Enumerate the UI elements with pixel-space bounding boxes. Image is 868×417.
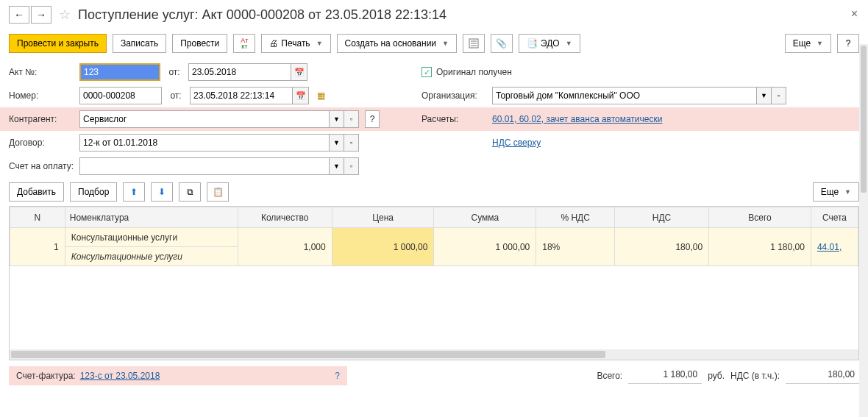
act-no-input[interactable] xyxy=(81,65,159,79)
cell-sum[interactable]: 1 000,00 xyxy=(434,228,536,266)
from-label: от: xyxy=(165,67,184,77)
cell-vat[interactable]: 180,00 xyxy=(615,228,709,266)
move-down-button[interactable]: ⬇ xyxy=(151,182,173,202)
contract-input[interactable] xyxy=(79,134,330,152)
printer-icon: 🖨 xyxy=(269,38,278,49)
organization-input[interactable] xyxy=(492,87,757,104)
chevron-down-icon: ▼ xyxy=(442,40,449,47)
close-button[interactable]: × xyxy=(851,7,858,21)
settlements-label: Расчеты: xyxy=(421,114,488,124)
col-vat-rate[interactable]: % НДС xyxy=(536,207,615,228)
vat-link[interactable]: НДС сверху xyxy=(492,138,541,148)
cell-account[interactable]: 44.01, xyxy=(811,228,858,266)
cell-qty[interactable]: 1,000 xyxy=(238,228,332,266)
more-button[interactable]: Еще ▼ xyxy=(785,34,831,53)
counterparty-label: Контрагент: xyxy=(9,114,75,124)
settlements-link[interactable]: 60.01, 60.02, зачет аванса автоматически xyxy=(492,114,662,124)
combo-open-button[interactable]: ▫ xyxy=(772,87,786,104)
original-received-checkbox[interactable]: ✓ xyxy=(421,67,432,77)
cell-vat-rate[interactable]: 18% xyxy=(536,228,615,266)
favorite-icon[interactable]: ☆ xyxy=(59,7,71,23)
combo-dropdown-button[interactable]: ▼ xyxy=(757,87,772,104)
col-nomenclature[interactable]: Номенклатура xyxy=(65,207,238,228)
cell-price[interactable]: 1 000,00 xyxy=(332,228,434,266)
col-vat[interactable]: НДС xyxy=(615,207,709,228)
nav-back-button[interactable]: ← xyxy=(9,6,29,24)
total-label: Всего: xyxy=(597,371,622,381)
footer-invoice-link[interactable]: 123-с от 23.05.2018 xyxy=(80,371,160,381)
horizontal-scrollbar[interactable] xyxy=(10,349,858,360)
print-button[interactable]: 🖨 Печать ▼ xyxy=(261,34,330,53)
cell-nomenclature[interactable]: Консультационные услуги xyxy=(65,228,238,247)
col-qty[interactable]: Количество xyxy=(238,207,332,228)
table-row[interactable]: 1 Консультационные услуги 1,000 1 000,00… xyxy=(10,228,858,247)
chevron-down-icon: ▼ xyxy=(316,40,323,47)
paperclip-icon: 📎 xyxy=(496,38,507,49)
calendar-icon: 📅 xyxy=(294,68,305,77)
nav-forward-button[interactable]: → xyxy=(31,6,51,24)
act-date-input[interactable] xyxy=(188,63,291,81)
col-total[interactable]: Всего xyxy=(709,207,811,228)
number-input[interactable] xyxy=(79,87,162,104)
combo-open-button[interactable]: ▫ xyxy=(344,157,359,175)
number-date-input[interactable] xyxy=(190,87,293,104)
calendar-button-2[interactable]: 📅 xyxy=(293,87,309,104)
vat-value: 180,00 xyxy=(786,368,859,384)
copy-button[interactable]: ⧉ xyxy=(179,182,201,202)
combo-dropdown-button[interactable]: ▼ xyxy=(330,134,344,152)
paste-icon: 📋 xyxy=(213,187,224,197)
arrow-up-icon: ⬆ xyxy=(130,187,138,197)
items-table[interactable]: N Номенклатура Количество Цена Сумма % Н… xyxy=(9,206,859,360)
from-label-2: от: xyxy=(166,90,185,101)
paste-button[interactable]: 📋 xyxy=(207,182,229,202)
chevron-down-icon: ▼ xyxy=(844,188,851,196)
organization-label: Организация: xyxy=(421,90,488,101)
post-button[interactable]: Провести xyxy=(172,34,227,53)
pick-button[interactable]: Подбор xyxy=(70,182,117,202)
document-icon: ▦ xyxy=(317,90,325,101)
cell-total[interactable]: 1 180,00 xyxy=(709,228,811,266)
counterparty-input[interactable] xyxy=(79,110,330,128)
combo-dropdown-button[interactable]: ▼ xyxy=(330,110,344,128)
calendar-icon: 📅 xyxy=(296,91,306,101)
vat-label: НДС (в т.ч.): xyxy=(730,371,780,381)
counterparty-help[interactable]: ? xyxy=(365,110,380,128)
invoice-input[interactable] xyxy=(79,157,330,175)
total-value: 1 180,00 xyxy=(628,368,702,384)
help-button[interactable]: ? xyxy=(837,34,859,53)
cell-n[interactable]: 1 xyxy=(10,228,65,266)
dtkt-button[interactable]: Аткт xyxy=(233,34,255,53)
arrow-down-icon: ⬇ xyxy=(158,187,166,197)
cell-nomenclature-2[interactable]: Консультационные услуги xyxy=(65,247,238,266)
edo-icon: 📑 xyxy=(527,38,538,49)
create-based-button[interactable]: Создать на основании ▼ xyxy=(337,34,457,53)
table-more-button[interactable]: Еще ▼ xyxy=(813,182,859,202)
vertical-scrollbar[interactable] xyxy=(859,44,868,417)
write-button[interactable]: Записать xyxy=(113,34,166,53)
report-button[interactable] xyxy=(463,34,485,53)
invoice-label: Счет на оплату: xyxy=(9,161,75,171)
footer-help[interactable]: ? xyxy=(335,371,340,381)
chevron-down-icon: ▼ xyxy=(566,40,572,47)
col-price[interactable]: Цена xyxy=(332,207,434,228)
post-and-close-button[interactable]: Провести и закрыть xyxy=(9,34,107,53)
move-up-button[interactable]: ⬆ xyxy=(123,182,145,202)
chevron-down-icon: ▼ xyxy=(817,40,823,47)
edo-button[interactable]: 📑 ЭДО ▼ xyxy=(519,34,580,53)
page-title: Поступление услуг: Акт 0000-000208 от 23… xyxy=(78,7,447,23)
copy-icon: ⧉ xyxy=(187,187,193,197)
col-sum[interactable]: Сумма xyxy=(434,207,536,228)
act-no-label: Акт №: xyxy=(9,67,75,77)
attach-button[interactable]: 📎 xyxy=(491,34,513,53)
extra-icon-button[interactable]: ▦ xyxy=(313,86,328,105)
currency-label: руб. xyxy=(708,371,725,381)
col-n[interactable]: N xyxy=(10,207,65,228)
combo-dropdown-button[interactable]: ▼ xyxy=(330,157,344,175)
col-accounts[interactable]: Счета xyxy=(811,207,858,228)
combo-open-button[interactable]: ▫ xyxy=(344,110,359,128)
calendar-button[interactable]: 📅 xyxy=(291,63,307,81)
add-row-button[interactable]: Добавить xyxy=(9,182,64,202)
combo-open-button[interactable]: ▫ xyxy=(344,134,359,152)
number-label: Номер: xyxy=(9,90,75,101)
footer-invoice-label: Счет-фактура: xyxy=(16,371,76,381)
